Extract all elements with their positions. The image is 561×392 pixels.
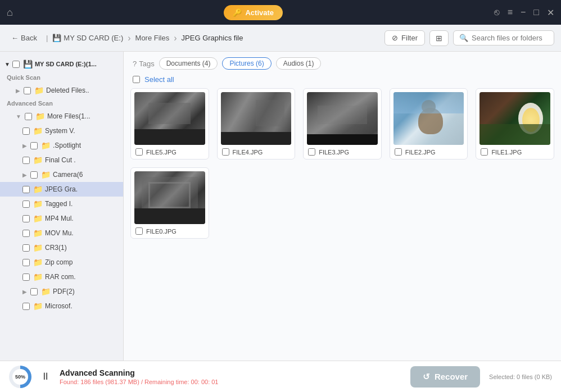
pause-button[interactable]: ⏸ [40,371,51,382]
expand-camera-icon: ▶ [22,172,27,178]
tags-label: ? Tags [133,60,155,68]
sidebar-item-morefiles[interactable]: ▼ 📁 More Files(1... [0,109,123,124]
recover-label: Recover [435,372,468,381]
file-card-2[interactable]: FILE3.JPG [303,88,382,159]
sidebar-item-mp4-checkbox[interactable] [22,215,30,222]
breadcrumb-sdcard[interactable]: 💾 MY SD CARD (E:) [52,34,123,42]
sidebar-item-rar-checkbox[interactable] [22,274,30,281]
file-card-0[interactable]: FILE5.JPG [130,88,209,159]
sidebar-item-camera-checkbox[interactable] [30,171,38,179]
sidebar-item-pdf[interactable]: ▶ 📁 PDF(2) [0,284,123,299]
back-button[interactable]: ← Back [7,31,42,44]
key-icon: 🔑 [233,8,242,17]
thumb-image-3 [393,92,464,145]
search-box[interactable]: 🔍 [453,30,554,45]
file-thumb-5 [134,171,205,224]
search-input[interactable] [472,34,545,42]
folder-icon-zip: 📁 [33,258,43,267]
folder-icon-jpeg: 📁 [33,185,43,194]
file-card-4[interactable]: FILE1.JPG [476,88,554,159]
expand-spotlight-icon: ▶ [22,143,27,149]
sidebar-item-deleted-checkbox[interactable] [24,87,31,94]
sidebar-item-microsoft-checkbox[interactable] [22,303,30,310]
select-all-label[interactable]: Select all [144,75,174,84]
sidebar-item-cr3-label: CR3(1) [45,244,67,252]
tag-audios[interactable]: Audios (1) [276,57,322,70]
sidebar-item-finalcut-checkbox[interactable] [22,157,30,164]
sidebar-item-microsoft-label: Microsof. [45,302,73,310]
sidebar-item-jpeg[interactable]: 📁 JPEG Gra. [0,182,123,197]
file-card-5[interactable]: FILE0.JPG [130,167,209,239]
sidebar-item-zip-checkbox[interactable] [22,259,30,266]
sidebar-item-systemv[interactable]: 📁 System V. [0,124,123,138]
sidebar-item-mp4[interactable]: 📁 MP4 Mul. [0,211,123,226]
sidebar-item-deleted[interactable]: ▶ 📁 Deleted Files.. [0,83,123,98]
sidebar-root-item[interactable]: ▼ 💾 MY SD CARD (E:)(1... [0,56,123,72]
sidebar-item-systemv-checkbox[interactable] [22,127,30,135]
sidebar-item-cr3-checkbox[interactable] [22,244,30,252]
file-checkbox-5[interactable] [135,227,143,235]
file-checkbox-2[interactable] [308,148,315,156]
folder-icon-cr3: 📁 [33,243,43,252]
sidebar-item-rar-label: RAR com. [45,273,76,281]
file-card-1[interactable]: FILE4.JPG [217,88,296,159]
sidebar-root-checkbox[interactable] [12,61,20,68]
breadcrumb-actions: ⊘ Filter ⊞ 🔍 [384,30,554,46]
sidebar-item-zip-label: Zip comp [45,258,73,266]
tag-documents[interactable]: Documents (4) [159,57,218,70]
folder-icon-finalcut: 📁 [33,156,43,165]
thumb-image-1 [221,92,292,145]
sidebar-item-camera[interactable]: ▶ 📁 Camera(6 [0,167,123,182]
close-icon[interactable]: ✕ [547,7,554,18]
thumb-image-4 [479,92,550,145]
sidebar-item-zip[interactable]: 📁 Zip comp [0,255,123,270]
select-all-row: Select all [124,73,561,88]
activate-button[interactable]: 🔑 Activate [224,5,283,20]
share-icon[interactable]: ⎋ [494,7,500,17]
select-all-checkbox[interactable] [133,76,140,83]
sidebar-item-spotlight[interactable]: ▶ 📁 .Spotlight [0,138,123,153]
sidebar-item-spotlight-checkbox[interactable] [30,142,38,149]
maximize-icon[interactable]: □ [533,7,539,17]
sidebar-item-spotlight-label: .Spotlight [53,142,81,149]
sidebar-item-cr3[interactable]: 📁 CR3(1) [0,240,123,255]
breadcrumb-bar: ← Back | 💾 MY SD CARD (E:) › More Files … [0,25,561,52]
file-checkbox-3[interactable] [395,148,402,156]
progress-circle-wrap: 50% [9,366,31,388]
sidebar-item-finalcut[interactable]: 📁 Final Cut . [0,153,123,167]
sidebar-item-tagged[interactable]: 📁 Tagged I. [0,197,123,211]
file-checkbox-4[interactable] [481,148,488,156]
folder-icon-mov: 📁 [33,229,43,238]
menu-icon[interactable]: ≡ [508,7,513,17]
sidebar-item-pdf-checkbox[interactable] [30,288,38,295]
sidebar-root-label: MY SD CARD (E:)(1... [35,61,97,67]
sdcard-icon: 💾 [52,34,61,42]
breadcrumb-morefiles[interactable]: More Files [135,34,170,42]
sidebar-item-mov[interactable]: 📁 MOV Mu. [0,226,123,240]
breadcrumb-jpegfiles[interactable]: JPEG Graphics file [182,34,243,42]
file-checkbox-1[interactable] [222,148,229,156]
quick-scan-label: Quick Scan [0,72,123,83]
advanced-scan-label: Advanced Scan [0,98,123,109]
recover-button[interactable]: ↺ Recover [410,366,480,388]
content-area: ? Tags Documents (4) Pictures (6) Audios… [124,52,561,361]
tag-pictures[interactable]: Pictures (6) [222,57,271,70]
filter-button[interactable]: ⊘ Filter [384,30,425,45]
sidebar-item-tagged-checkbox[interactable] [22,200,30,208]
sidebar-item-mov-checkbox[interactable] [22,230,30,237]
sidebar-item-rar[interactable]: 📁 RAR com. [0,270,123,284]
sidebar-item-jpeg-checkbox[interactable] [22,186,30,193]
titlebar: ⌂ 🔑 Activate ⎋ ≡ − □ ✕ [0,0,561,25]
tag-documents-label: Documents (4) [166,60,211,67]
sidebar-item-systemv-label: System V. [45,127,75,135]
file-card-bottom-1: FILE4.JPG [221,148,292,156]
sidebar-item-mov-label: MOV Mu. [45,229,74,237]
file-card-3[interactable]: FILE2.JPG [390,88,468,159]
home-icon[interactable]: ⌂ [7,7,13,19]
grid-view-button[interactable]: ⊞ [429,30,449,46]
sidebar-item-microsoft[interactable]: 📁 Microsof. [0,299,123,313]
grid-icon: ⊞ [436,34,442,43]
minimize-icon[interactable]: − [521,7,526,17]
file-checkbox-0[interactable] [135,148,143,156]
sidebar-item-morefiles-checkbox[interactable] [25,113,32,120]
